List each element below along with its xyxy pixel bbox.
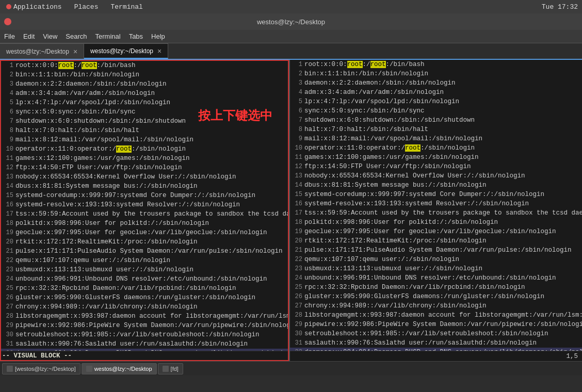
line-21: 21pulse:x:171:171:PulseAudio System Daem… bbox=[1, 247, 288, 256]
line-29: 29pipewire:x:992:986:PipeWire System Dae… bbox=[1, 321, 288, 330]
right-panel: 1root:x:0:0:root:/root:/bin/bash2bin:x:1… bbox=[290, 60, 582, 361]
taskbar-item-3[interactable]: [fd] bbox=[158, 363, 183, 374]
taskbar-item-1[interactable]: [westos@lzy:~/Desktop] bbox=[2, 363, 80, 374]
window-close-button[interactable] bbox=[4, 18, 11, 25]
terminal-menu[interactable]: Terminal bbox=[108, 0, 144, 13]
terminal-titlebar: westos@lzy:~/Desktop bbox=[0, 13, 582, 30]
terminal-content: 1root:x:0:0:root:/root:/bin/bash2bin:x:1… bbox=[0, 60, 582, 361]
visual-block-label: -- VISUAL BLOCK -- bbox=[1, 352, 72, 360]
line-5: 5lp:x:4:7:lp:/var/spool/lpd:/sbin/nologi… bbox=[1, 98, 288, 107]
right-line-15: 15systemd-coredump:x:999:997:systemd Cor… bbox=[290, 190, 582, 199]
edit-menu[interactable]: Edit bbox=[23, 32, 35, 40]
line-25: 25rpc:x:32:32:Rpcbind Daemon:/var/lib/rp… bbox=[1, 284, 288, 293]
right-line-29: 29pipewire:x:992:986:PipeWire System Dae… bbox=[290, 320, 582, 329]
right-line-14: 14dbus:x:81:81:System message bus:/:/sbi… bbox=[290, 181, 582, 190]
line-9: 9mail:x:8:12:mail:/var/spool/mail:/sbin/… bbox=[1, 135, 288, 144]
line-26: 26gluster:x:995:990:GlusterFS daemons:/r… bbox=[1, 293, 288, 302]
file-menu[interactable]: File bbox=[4, 32, 15, 40]
tabs-area: westos@lzy:~/Desktop × westos@lzy:~/Desk… bbox=[0, 43, 582, 60]
line-23: 23usbmuxd:x:113:113:usbmuxd user:/:/sbin… bbox=[1, 265, 288, 274]
right-line-8: 8halt:x:7:0:halt:/sbin:/sbin/halt bbox=[290, 125, 582, 134]
taskbar-icon-1 bbox=[7, 366, 13, 372]
tabs-menu[interactable]: Tabs bbox=[129, 32, 143, 40]
line-14: 14dbus:x:81:81:System message bus:/:/sbi… bbox=[1, 182, 288, 191]
line-18: 18polkitd:x:998:996:User for polkitd:/:/… bbox=[1, 219, 288, 228]
terminal-title: westos@lzy:~/Desktop bbox=[257, 18, 325, 26]
right-line-20: 20rtkit:x:172:172:RealtimeKit:/proc:/sbi… bbox=[290, 236, 582, 246]
right-line-9: 9mail:x:8:12:mail:/var/spool/mail:/sbin/… bbox=[290, 134, 582, 143]
line-6: 6sync:x:5:0:sync:/sbin:/bin/sync bbox=[1, 107, 288, 117]
line-17: 17tss:x:59:59:Account used by the trouse… bbox=[1, 209, 288, 219]
right-line-27: 27chrony:x:994:989::/var/lib/chrony:/sbi… bbox=[290, 301, 582, 311]
line-30: 30setroubleshoot:x:991:985::/var/lib/set… bbox=[1, 330, 288, 339]
right-line-11: 11games:x:12:100:games:/usr/games:/sbin/… bbox=[290, 153, 582, 162]
right-line-28: 28libstoragemgmt:x:993:987:daemon accoun… bbox=[290, 311, 582, 320]
right-line-6: 6sync:x:5:0:sync:/sbin:/bin/sync bbox=[290, 106, 582, 116]
right-line-18: 18polkitd:x:998:996:User for polkitd:/:/… bbox=[290, 218, 582, 227]
line-8: 8halt:x:7:0:halt:/sbin:/sbin/halt bbox=[1, 126, 288, 135]
line-13: 13nobody:x:65534:65534:Kernel Overflow U… bbox=[1, 172, 288, 182]
top-menubar: Applications Places Terminal Tue 17:32 bbox=[0, 0, 582, 13]
line-16: 16systemd-resolve:x:193:193:systemd Reso… bbox=[1, 200, 288, 209]
help-menu[interactable]: Help bbox=[151, 32, 165, 40]
right-line-10: 10operator:x:11:0:operator:/root:/sbin/n… bbox=[290, 143, 582, 153]
right-line-5: 5lp:x:4:7:lp:/var/spool/lpd:/sbin/nologi… bbox=[290, 97, 582, 106]
applications-menu[interactable]: Applications bbox=[4, 0, 64, 13]
right-line-12: 12ftp:x:14:50:FTP User:/var/ftp:/sbin/no… bbox=[290, 162, 582, 171]
line-2: 2bin:x:1:1:bin:/bin:/sbin/nologin bbox=[1, 70, 288, 79]
right-line-22: 22qemu:x:107:107:qemu user:/:/sbin/nolog… bbox=[290, 255, 582, 264]
line-3: 3daemon:x:2:2:daemon:/sbin:/sbin/nologin bbox=[1, 79, 288, 89]
line-10: 10operator:x:11:0:operator:/root:/sbin/n… bbox=[1, 144, 288, 154]
places-menu[interactable]: Places bbox=[72, 0, 101, 13]
right-line-13: 13nobody:x:65534:65534:Kernel Overflow U… bbox=[290, 171, 582, 181]
taskbar-icon-2 bbox=[86, 366, 92, 372]
clock-display: Tue 17:32 bbox=[542, 3, 578, 11]
tab-1-close[interactable]: × bbox=[73, 48, 77, 55]
line-24: 24unbound:x:996:991:Unbound DNS resolver… bbox=[1, 274, 288, 284]
app-dot-icon bbox=[6, 4, 11, 9]
right-line-26: 26gluster:x:995:990:GlusterFS daemons:/r… bbox=[290, 292, 582, 301]
right-line-24: 24unbound:x:996:991:Unbound DNS resolver… bbox=[290, 273, 582, 283]
line-22: 22qemu:x:107:107:qemu user:/:/sbin/nolog… bbox=[1, 256, 288, 265]
right-line-2: 2bin:x:1:1:bin:/bin:/sbin/nologin bbox=[290, 69, 582, 78]
line-19: 19geoclue:x:997:995:User for geoclue:/va… bbox=[1, 228, 288, 237]
right-line-23: 23usbmuxd:x:113:113:usbmuxd user:/:/sbin… bbox=[290, 264, 582, 273]
terminal-menubar: File Edit View Search Terminal Tabs Help bbox=[0, 30, 582, 43]
line-31: 31saslauth:x:990:76:Saslathd user:/run/s… bbox=[1, 339, 288, 349]
terminal-lines-right: 1root:x:0:0:root:/root:/bin/bash2bin:x:1… bbox=[290, 60, 582, 361]
search-menu[interactable]: Search bbox=[66, 32, 87, 40]
line-4: 4adm:x:3:4:adm:/var/adm:/sbin/nologin bbox=[1, 89, 288, 98]
line-15: 15systemd-coredump:x:999:997:systemd Cor… bbox=[1, 191, 288, 200]
right-line-16: 16systemd-resolve:x:193:193:systemd Reso… bbox=[290, 199, 582, 208]
taskbar: [westos@lzy:~/Desktop] westos@lzy:~/Desk… bbox=[0, 361, 582, 375]
tab-2-close[interactable]: × bbox=[157, 47, 161, 55]
left-panel: 1root:x:0:0:root:/root:/bin/bash2bin:x:1… bbox=[0, 60, 289, 361]
tab-2[interactable]: westos@lzy:~/Desktop × bbox=[84, 43, 168, 59]
right-line-30: 30setroubleshoot:x:991:985::/var/lib/set… bbox=[290, 329, 582, 338]
line-28: 28libstoragemgmt:x:993:987:daemon accoun… bbox=[1, 312, 288, 321]
right-line-1: 1root:x:0:0:root:/root:/bin/bash bbox=[290, 60, 582, 69]
right-line-4: 4adm:x:3:4:adm:/var/adm:/sbin/nologin bbox=[290, 88, 582, 97]
visual-block-bar: -- VISUAL BLOCK -- bbox=[1, 351, 288, 360]
line-27: 27chrony:x:994:989::/var/lib/chrony:/sbi… bbox=[1, 302, 288, 312]
right-line-25: 25rpc:x:32:32:Rpcbind Daemon:/var/lib/rp… bbox=[290, 283, 582, 292]
right-line-21: 21pulse:x:171:171:PulseAudio System Daem… bbox=[290, 246, 582, 255]
right-line-19: 19geoclue:x:997:995:User for geoclue:/va… bbox=[290, 227, 582, 236]
right-line-3: 3daemon:x:2:2:daemon:/sbin:/sbin/nologin bbox=[290, 78, 582, 88]
line-11: 11games:x:12:100:games:/usr/games:/sbin/… bbox=[1, 154, 288, 163]
line-20: 20rtkit:x:172:172:RealtimeKit:/proc:/sbi… bbox=[1, 237, 288, 247]
right-line-31: 31saslauth:x:990:76:Saslathd user:/run/s… bbox=[290, 338, 582, 348]
terminal-submenu[interactable]: Terminal bbox=[95, 32, 121, 40]
view-menu[interactable]: View bbox=[43, 32, 57, 40]
line-7: 7shutdown:x:6:0:shutdown:/sbin:/sbin/shu… bbox=[1, 117, 288, 126]
right-line-7: 7shutdown:x:6:0:shutdown:/sbin:/sbin/shu… bbox=[290, 116, 582, 125]
tab-1[interactable]: westos@lzy:~/Desktop × bbox=[0, 43, 84, 59]
taskbar-item-2[interactable]: westos@lzy:~/Desktop bbox=[82, 363, 157, 374]
terminal-lines-left: 1root:x:0:0:root:/root:/bin/bash2bin:x:1… bbox=[1, 61, 288, 360]
taskbar-icon-3 bbox=[163, 366, 169, 372]
line-1: 1root:x:0:0:root:/root:/bin/bash bbox=[1, 61, 288, 70]
status-bar: 1,5 bbox=[290, 351, 582, 361]
right-line-17: 17tss:x:59:59:Account used by the trouse… bbox=[290, 208, 582, 218]
line-12: 12ftp:x:14:50:FTP User:/var/ftp:/sbin/no… bbox=[1, 163, 288, 172]
